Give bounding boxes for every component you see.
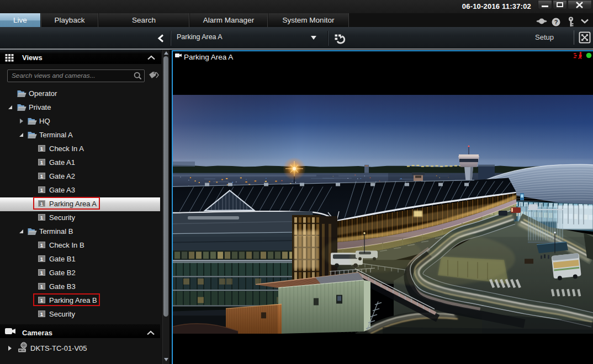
svg-text:?: ? xyxy=(554,19,558,25)
